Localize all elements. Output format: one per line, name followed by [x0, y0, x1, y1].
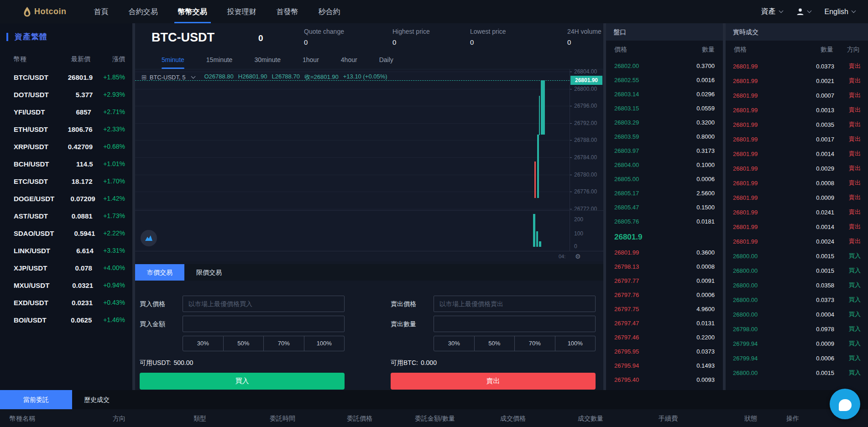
orders-tabs: 當前委託 歷史成交 [0, 390, 868, 409]
timeframe-30minute[interactable]: 30minute [254, 54, 281, 69]
bid-row[interactable]: 26797.460.2200 [606, 330, 723, 344]
sell-percent-70%[interactable]: 70% [515, 336, 555, 351]
grid-plus-icon[interactable]: ⊞ [141, 73, 147, 81]
trade-row: 26801.990.0024賣出 [726, 234, 868, 249]
bid-row[interactable]: 26797.760.0006 [606, 288, 723, 302]
timeframe-15minute[interactable]: 15minute [206, 54, 233, 69]
chat-widget-button[interactable] [830, 389, 860, 419]
order-book-current-price: 26801.9 [606, 229, 723, 245]
bid-row[interactable]: 26797.470.0131 [606, 316, 723, 330]
watchlist-row[interactable]: BOI/USDT0.0625+1.46% [0, 311, 132, 328]
sell-button[interactable]: 賣出 [391, 373, 596, 390]
trade-direction: 買入 [834, 266, 861, 275]
buy-percent-100%[interactable]: 100% [304, 336, 345, 351]
current-price-badge: 26801.90 [570, 76, 602, 85]
sell-amount-input[interactable] [434, 316, 596, 332]
ask-row[interactable]: 26802.550.0016 [606, 73, 723, 87]
logo[interactable]: Hotcoin [23, 7, 67, 17]
pair-price: 26801.9 [48, 73, 93, 81]
watchlist-row[interactable]: LINK/USDT6.614+3.31% [0, 242, 132, 259]
watchlist-row[interactable]: MXU/USDT0.0321+0.94% [0, 276, 132, 294]
trade-row: 26800.000.0015買入 [726, 263, 868, 278]
sell-percent-100%[interactable]: 100% [555, 336, 596, 351]
tab-market-order[interactable]: 市價交易 [135, 264, 184, 281]
watchlist-row[interactable]: SDAO/USDT0.5941+2.22% [0, 224, 132, 242]
gear-icon[interactable]: ⚙ [575, 253, 581, 260]
buy-button[interactable]: 買入 [140, 373, 345, 390]
market-header: BTC-USDT 0 Quote change0Highest price0Lo… [135, 23, 603, 54]
ask-row[interactable]: 26803.590.8000 [606, 130, 723, 144]
sell-price-input[interactable] [434, 296, 596, 312]
ask-row[interactable]: 26805.760.0181 [606, 214, 723, 229]
buy-percent-30%[interactable]: 30% [183, 336, 224, 351]
bid-row[interactable]: 26801.990.3600 [606, 245, 723, 260]
pair-symbol: BOI/USDT [14, 316, 47, 324]
ask-row[interactable]: 26804.000.1000 [606, 158, 723, 172]
ask-row[interactable]: 26805.172.5600 [606, 186, 723, 200]
ask-qty: 0.3200 [696, 119, 715, 126]
ask-row[interactable]: 26805.470.1500 [606, 200, 723, 214]
nav-right: 資產 English [761, 7, 855, 16]
watchlist-row[interactable]: DOGE/USDT0.07209+1.42% [0, 190, 132, 207]
ask-row[interactable]: 26803.150.0559 [606, 101, 723, 115]
timeframe-1hour[interactable]: 1hour [303, 54, 319, 69]
watchlist-row[interactable]: AST/USDT0.0881+1.73% [0, 207, 132, 224]
bid-row[interactable]: 26797.770.0091 [606, 274, 723, 288]
ask-row[interactable]: 26803.140.0296 [606, 87, 723, 101]
timeframe-5minute[interactable]: 5minute [162, 54, 184, 69]
watchlist-row[interactable]: DOT/USDT5.377+2.93% [0, 86, 132, 103]
trade-price: 26801.99 [733, 78, 790, 84]
watchlist-row[interactable]: XJP/USDT0.078+4.00% [0, 259, 132, 276]
timeframe-Daily[interactable]: Daily [379, 54, 393, 69]
ask-row[interactable]: 26803.970.3173 [606, 144, 723, 158]
watchlist-row[interactable]: YFI/USDT6857+2.71% [0, 103, 132, 120]
watchlist-row[interactable]: ETH/USDT1806.76+2.33% [0, 120, 132, 138]
tab-history-orders[interactable]: 歷史成交 [72, 390, 110, 409]
bid-row[interactable]: 26795.400.0093 [606, 373, 723, 387]
bid-row[interactable]: 26795.940.1493 [606, 359, 723, 373]
pair-symbol: BTC/USDT [14, 73, 48, 81]
ask-row[interactable]: 26802.000.3700 [606, 59, 723, 73]
sell-percent-30%[interactable]: 30% [434, 336, 475, 351]
trade-price: 26799.94 [733, 340, 790, 347]
ask-row[interactable]: 26803.290.3200 [606, 115, 723, 130]
nav-item-投资理财[interactable]: 投资理财 [226, 0, 257, 23]
bid-row[interactable]: 26797.754.9600 [606, 302, 723, 316]
buy-price-input[interactable] [183, 296, 345, 312]
pair-price: 0.0881 [48, 212, 93, 220]
nav-item-幣幣交易[interactable]: 幣幣交易 [177, 0, 208, 23]
pair-change: +2.22% [95, 229, 125, 237]
trade-price: 26800.00 [733, 267, 790, 274]
chevron-down-icon[interactable] [191, 74, 196, 78]
orders-column-header: 幣種名稱 [10, 415, 35, 423]
sell-percent-50%[interactable]: 50% [475, 336, 515, 351]
pair-symbol: ETC/USDT [14, 177, 48, 185]
ask-row[interactable]: 26805.000.0006 [606, 172, 723, 186]
timeframe-4hour[interactable]: 4hour [341, 54, 357, 69]
watchlist-rows: BTC/USDT26801.9+1.85%DOT/USDT5.377+2.93%… [0, 68, 132, 328]
bid-row[interactable]: 26798.130.0008 [606, 260, 723, 274]
trade-direction: 賣出 [834, 150, 861, 158]
buy-amount-input[interactable] [183, 316, 345, 332]
account-menu[interactable] [796, 8, 811, 16]
volume-axis-label: 0 [574, 243, 577, 250]
nav-item-合約交易[interactable]: 合約交易 [128, 0, 159, 23]
pair-symbol: EXD/USDT [14, 299, 48, 307]
watchlist-row[interactable]: XRP/USDT0.42709+0.68% [0, 138, 132, 155]
nav-item-首發幣[interactable]: 首發幣 [276, 0, 299, 23]
volume-axis-label: 100 [574, 230, 583, 237]
language-menu[interactable]: English [825, 8, 855, 16]
tab-limit-order[interactable]: 限價交易 [184, 264, 234, 281]
nav-item-秒合約[interactable]: 秒合約 [318, 0, 341, 23]
tab-current-orders[interactable]: 當前委託 [0, 390, 72, 409]
watchlist-row[interactable]: ETC/USDT18.172+1.70% [0, 172, 132, 190]
watchlist-row[interactable]: BCH/USDT114.5+1.01% [0, 155, 132, 172]
buy-percent-50%[interactable]: 50% [224, 336, 264, 351]
buy-percent-70%[interactable]: 70% [264, 336, 304, 351]
trade-row: 26800.000.0004買入 [726, 307, 868, 322]
watchlist-row[interactable]: EXD/USDT0.0231+0.43% [0, 294, 132, 311]
assets-menu[interactable]: 資產 [761, 7, 783, 16]
bid-row[interactable]: 26795.950.0373 [606, 344, 723, 359]
nav-item-首頁[interactable]: 首頁 [93, 0, 110, 23]
watchlist-row[interactable]: BTC/USDT26801.9+1.85% [0, 68, 132, 86]
